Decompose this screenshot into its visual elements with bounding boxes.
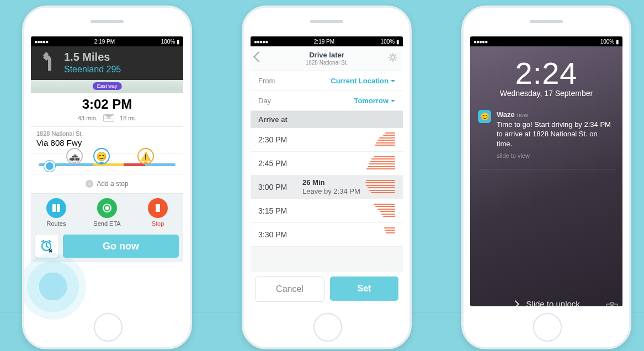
map-peek: East way [31, 80, 183, 93]
eta-distance: 18 mi. [120, 115, 136, 121]
svg-point-5 [391, 56, 395, 60]
arrive-at-header: Arrive at [251, 111, 403, 128]
destination-address: 1828 National St. [36, 130, 178, 137]
plus-icon: + [86, 180, 93, 188]
go-now-button[interactable]: Go now [63, 235, 179, 258]
clock-time: 2:24 [470, 55, 622, 91]
signal-icon: ●●●●● [34, 39, 48, 45]
time-picker[interactable]: 2:30 PM 2:45 PM 3:00 PM 26 Min Leave by … [251, 128, 403, 247]
envelope-icon [103, 114, 114, 122]
turn-left-icon [36, 51, 58, 73]
battery-label: 100% ▮ [381, 39, 400, 45]
add-stop-label: Add a stop [97, 180, 128, 188]
report-wazer-icon[interactable]: 😊 [93, 148, 110, 164]
set-button[interactable]: Set [330, 276, 398, 301]
eta-time: 3:02 PM [31, 97, 183, 112]
notification-body: Time to go! Start driving by 2:34 PM to … [497, 120, 615, 149]
signal-icon: ●●●●● [254, 39, 268, 45]
stop-button[interactable]: Stop [132, 194, 183, 230]
clock-icon [40, 239, 54, 253]
svg-rect-1 [57, 204, 60, 212]
add-stop-button[interactable]: + Add a stop [31, 174, 183, 194]
chevron-down-icon [391, 80, 395, 84]
nav-instruction: 1.5 Miles Steenland 295 [31, 46, 183, 80]
day-value: Tomorrow [354, 97, 388, 105]
routes-button[interactable]: Routes [31, 194, 82, 230]
camera-icon[interactable] [606, 302, 618, 306]
route-name-pill: East way [93, 82, 122, 90]
battery-label: 100% ▮ [161, 39, 180, 45]
status-bar: ●●●●● 2:19 PM 100% ▮ [31, 36, 183, 46]
status-time: 2:19 PM [94, 39, 115, 45]
nav-road: Steenland 295 [64, 65, 121, 75]
send-eta-icon [97, 198, 117, 218]
signal-icon: ●●●●● [473, 39, 487, 45]
phone-drive-later: ●●●●● 2:19 PM 100% ▮ Drive later 1828 Na… [242, 6, 412, 349]
nav-distance: 1.5 Miles [64, 51, 121, 63]
destination-via: Via 808 Fwy [36, 138, 178, 147]
battery-label: 100% ▮ [600, 39, 619, 45]
notification-header: Wazenow [497, 110, 615, 120]
time-slot[interactable]: 2:45 PM [251, 152, 403, 176]
clock-date: Wednesday, 17 September [470, 89, 622, 98]
time-slot[interactable]: 3:30 PM [251, 223, 403, 247]
eta-duration: 43 min. [78, 115, 98, 121]
from-value: Current Location [331, 77, 388, 85]
time-slot[interactable]: 2:30 PM [251, 128, 403, 152]
routes-icon [46, 198, 66, 218]
action-row: Routes Send ETA Stop [31, 194, 183, 230]
svg-point-3 [105, 206, 109, 210]
selected-details: 26 Min Leave by 2:34 PM [302, 178, 360, 195]
waze-app-icon: 😊 [478, 110, 491, 123]
header-title: Drive later [306, 51, 348, 60]
notification-hint: slide to view [497, 152, 615, 160]
stop-icon [148, 198, 168, 218]
gear-icon[interactable] [387, 52, 398, 63]
day-row[interactable]: Day Tomorrow [251, 91, 403, 111]
eta-card: 3:02 PM 43 min. 18 mi. [31, 93, 183, 127]
time-slot-selected[interactable]: 3:00 PM 26 Min Leave by 2:34 PM [251, 176, 403, 199]
time-slot[interactable]: 3:15 PM [251, 199, 403, 223]
cancel-button[interactable]: Cancel [255, 276, 324, 302]
status-bar: ●●●●● 100% ▮ [470, 36, 622, 46]
slide-to-unlock[interactable]: Slide to unlock [470, 299, 622, 306]
report-hazard-icon[interactable]: ⚠️ [137, 148, 154, 164]
back-icon[interactable] [253, 51, 264, 62]
phone-navigation: ●●●●● 2:19 PM 100% ▮ 1.5 Miles Steenland… [22, 6, 192, 349]
chevron-right-icon [512, 300, 519, 306]
chevron-down-icon [391, 100, 395, 104]
header: Drive later 1828 National St. [251, 46, 403, 71]
destination-card[interactable]: 1828 National St. Via 808 Fwy [31, 127, 183, 153]
phone-lockscreen: ●●●●● 100% ▮ 2:24 Wednesday, 17 Septembe… [461, 6, 631, 349]
header-subtitle: 1828 National St. [306, 60, 348, 66]
notification[interactable]: 😊 Wazenow Time to go! Start driving by 2… [478, 110, 615, 169]
svg-point-7 [610, 306, 614, 307]
drive-later-button[interactable] [35, 235, 58, 258]
report-car-icon[interactable]: 🚓 [66, 148, 83, 164]
status-time: 2:19 PM [314, 39, 334, 45]
svg-rect-0 [52, 204, 56, 212]
from-row[interactable]: From Current Location [251, 71, 403, 91]
bottom-bar: Go now [31, 230, 183, 262]
lock-clock: 2:24 Wednesday, 17 September [470, 46, 622, 98]
progress-handle[interactable] [44, 161, 55, 172]
send-eta-button[interactable]: Send ETA [82, 194, 132, 230]
traffic-bar[interactable]: 🚓 😊 ⚠️ [31, 153, 183, 174]
status-bar: ●●●●● 2:19 PM 100% ▮ [251, 36, 403, 46]
